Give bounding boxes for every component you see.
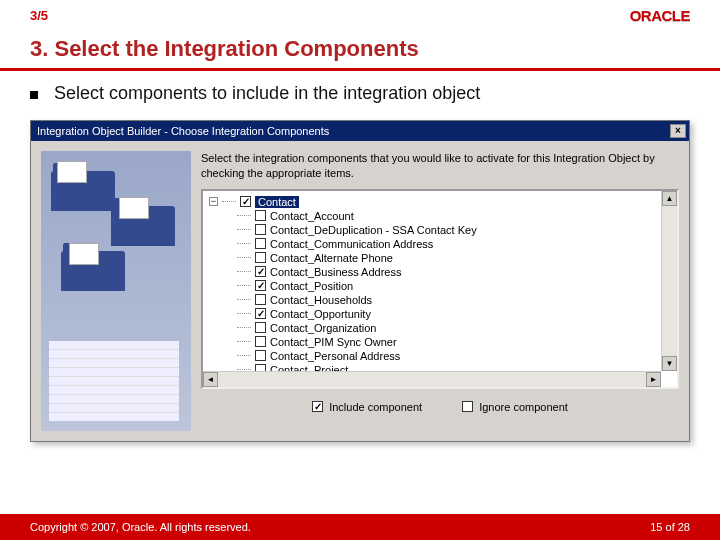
slide-counter: 3/5 bbox=[30, 8, 48, 23]
legend: Include component Ignore component bbox=[201, 401, 679, 413]
scroll-right-icon[interactable]: ► bbox=[646, 372, 661, 387]
tree-checkbox[interactable] bbox=[255, 294, 266, 305]
tree-item-label[interactable]: Contact_DeDuplication - SSA Contact Key bbox=[270, 224, 477, 236]
dialog-title: Integration Object Builder - Choose Inte… bbox=[37, 125, 329, 137]
legend-ignore-label: Ignore component bbox=[479, 401, 568, 413]
wizard-dialog: Integration Object Builder - Choose Inte… bbox=[30, 120, 690, 442]
slide-header: 3/5 ORACLE bbox=[0, 0, 720, 30]
slide-footer: Copyright © 2007, Oracle. All rights res… bbox=[0, 514, 720, 540]
collapse-icon[interactable]: − bbox=[209, 197, 218, 206]
scroll-up-icon[interactable]: ▲ bbox=[662, 191, 677, 206]
tree-item-label[interactable]: Contact_Households bbox=[270, 294, 372, 306]
tree-item[interactable]: Contact_Communication Address bbox=[237, 237, 675, 251]
tree-item[interactable]: Contact_Account bbox=[237, 209, 675, 223]
tree-item[interactable]: Contact_Personal Address bbox=[237, 349, 675, 363]
tree-item-label[interactable]: Contact_Communication Address bbox=[270, 238, 433, 250]
title-underline bbox=[0, 68, 720, 71]
vertical-scrollbar[interactable]: ▲ ▼ bbox=[661, 191, 677, 371]
dialog-titlebar: Integration Object Builder - Choose Inte… bbox=[31, 121, 689, 141]
oracle-logo: ORACLE bbox=[630, 7, 690, 24]
tree-checkbox[interactable] bbox=[255, 350, 266, 361]
tree-checkbox[interactable] bbox=[240, 196, 251, 207]
tree-checkbox[interactable] bbox=[255, 224, 266, 235]
tree-item-label[interactable]: Contact_Business Address bbox=[270, 266, 401, 278]
legend-ignore-checkbox-icon bbox=[462, 401, 473, 412]
tree-item[interactable]: Contact_PIM Sync Owner bbox=[237, 335, 675, 349]
tree-checkbox[interactable] bbox=[255, 210, 266, 221]
tree-checkbox[interactable] bbox=[255, 308, 266, 319]
tree-root[interactable]: −Contact bbox=[209, 195, 675, 209]
page-title: 3. Select the Integration Components bbox=[0, 30, 720, 68]
component-tree: −ContactContact_AccountContact_DeDuplica… bbox=[201, 189, 679, 389]
tree-item[interactable]: Contact_Business Address bbox=[237, 265, 675, 279]
tree-root-label[interactable]: Contact bbox=[255, 196, 299, 208]
legend-ignore: Ignore component bbox=[462, 401, 568, 413]
wizard-sidebar-graphic bbox=[41, 151, 191, 431]
tree-checkbox[interactable] bbox=[255, 266, 266, 277]
tree-item-label[interactable]: Contact_Opportunity bbox=[270, 308, 371, 320]
tree-checkbox[interactable] bbox=[255, 280, 266, 291]
legend-include-checkbox-icon bbox=[312, 401, 323, 412]
tree-item[interactable]: Contact_Position bbox=[237, 279, 675, 293]
scroll-left-icon[interactable]: ◄ bbox=[203, 372, 218, 387]
tree-checkbox[interactable] bbox=[255, 238, 266, 249]
tree-item-label[interactable]: Contact_Account bbox=[270, 210, 354, 222]
bullet-item: Select components to include in the inte… bbox=[30, 83, 690, 104]
tree-checkbox[interactable] bbox=[255, 322, 266, 333]
page-indicator: 15 of 28 bbox=[650, 521, 690, 533]
tree-item[interactable]: Contact_Opportunity bbox=[237, 307, 675, 321]
tree-item[interactable]: Contact_Organization bbox=[237, 321, 675, 335]
tree-item-label[interactable]: Contact_PIM Sync Owner bbox=[270, 336, 397, 348]
tree-item[interactable]: Contact_Households bbox=[237, 293, 675, 307]
tree-checkbox[interactable] bbox=[255, 336, 266, 347]
bullet-text: Select components to include in the inte… bbox=[54, 83, 480, 104]
tree-checkbox[interactable] bbox=[255, 252, 266, 263]
legend-include: Include component bbox=[312, 401, 422, 413]
legend-include-label: Include component bbox=[329, 401, 422, 413]
tree-item-label[interactable]: Contact_Position bbox=[270, 280, 353, 292]
tree-item[interactable]: Contact_Alternate Phone bbox=[237, 251, 675, 265]
tree-item-label[interactable]: Contact_Organization bbox=[270, 322, 376, 334]
dialog-instruction: Select the integration components that y… bbox=[201, 151, 679, 181]
horizontal-scrollbar[interactable]: ◄ ► bbox=[203, 371, 661, 387]
close-button[interactable]: × bbox=[670, 124, 686, 138]
tree-item[interactable]: Contact_DeDuplication - SSA Contact Key bbox=[237, 223, 675, 237]
tree-item-label[interactable]: Contact_Alternate Phone bbox=[270, 252, 393, 264]
scroll-down-icon[interactable]: ▼ bbox=[662, 356, 677, 371]
copyright-text: Copyright © 2007, Oracle. All rights res… bbox=[30, 521, 251, 533]
bullet-marker-icon bbox=[30, 91, 38, 99]
tree-item-label[interactable]: Contact_Personal Address bbox=[270, 350, 400, 362]
